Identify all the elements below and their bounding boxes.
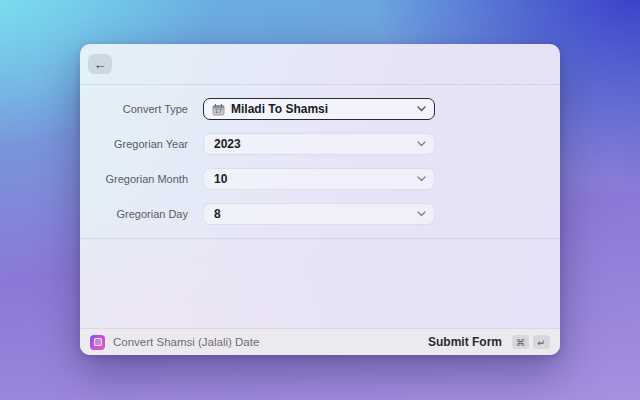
convert-type-dropdown[interactable]: 17 Miladi To Shamsi bbox=[203, 98, 435, 120]
submit-form-button[interactable]: Submit Form ⌘ ↵ bbox=[428, 335, 550, 349]
chevron-down-icon bbox=[417, 106, 426, 112]
convert-type-label: Convert Type bbox=[80, 103, 188, 115]
submit-form-label: Submit Form bbox=[428, 335, 502, 349]
gregorian-year-label: Gregorian Year bbox=[80, 138, 188, 150]
raycast-window: ← Convert Type 17 Miladi bbox=[80, 44, 560, 355]
svg-text:17: 17 bbox=[215, 108, 222, 114]
desktop-background: ← Convert Type 17 Miladi bbox=[0, 0, 640, 400]
chevron-down-icon bbox=[417, 211, 426, 217]
calendar-extension-icon-glyph bbox=[94, 338, 102, 346]
form: Convert Type 17 Miladi To Shamsi bbox=[80, 85, 560, 239]
convert-type-value: Miladi To Shamsi bbox=[231, 102, 328, 116]
chevron-down-icon bbox=[417, 176, 426, 182]
back-button[interactable]: ← bbox=[88, 54, 112, 74]
form-row-gregorian-month: Gregorian Month 10 bbox=[80, 168, 560, 190]
form-row-gregorian-year: Gregorian Year 2023 bbox=[80, 133, 560, 155]
gregorian-year-dropdown[interactable]: 2023 bbox=[203, 133, 435, 155]
chevron-down-icon bbox=[417, 141, 426, 147]
empty-content-area bbox=[80, 239, 560, 328]
return-key-icon: ↵ bbox=[533, 335, 550, 349]
form-row-gregorian-day: Gregorian Day 8 bbox=[80, 203, 560, 225]
gregorian-day-value: 8 bbox=[214, 207, 221, 221]
form-row-convert-type: Convert Type 17 Miladi To Shamsi bbox=[80, 98, 560, 120]
window-header: ← bbox=[80, 44, 560, 85]
gregorian-month-label: Gregorian Month bbox=[80, 173, 188, 185]
command-key-icon: ⌘ bbox=[512, 335, 529, 349]
gregorian-day-label: Gregorian Day bbox=[80, 208, 188, 220]
calendar-extension-icon bbox=[90, 335, 105, 350]
command-title: Convert Shamsi (Jalali) Date bbox=[113, 336, 259, 348]
gregorian-year-value: 2023 bbox=[214, 137, 241, 151]
gregorian-month-value: 10 bbox=[214, 172, 227, 186]
back-arrow-icon: ← bbox=[94, 57, 107, 72]
gregorian-day-dropdown[interactable]: 8 bbox=[203, 203, 435, 225]
gregorian-month-dropdown[interactable]: 10 bbox=[203, 168, 435, 190]
calendar-icon: 17 bbox=[212, 103, 225, 116]
action-bar: Convert Shamsi (Jalali) Date Submit Form… bbox=[80, 328, 560, 355]
